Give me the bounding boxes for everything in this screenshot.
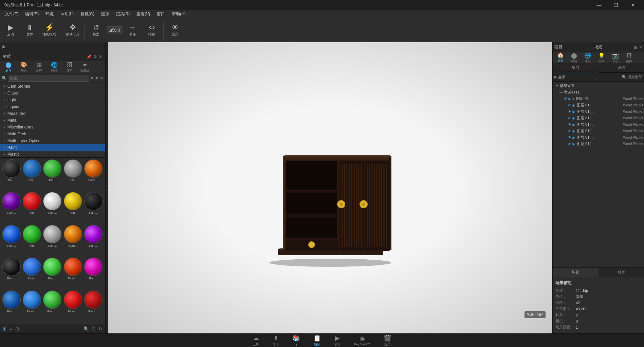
scene-tab-lighting[interactable]: 💡 照明: [595, 51, 608, 65]
category-item[interactable]: +Gem Stones: [0, 83, 105, 90]
subtab-bg[interactable]: 🖼 背景: [63, 62, 76, 73]
subtab-texture[interactable]: ▦ 纹理: [32, 62, 46, 73]
material-item[interactable]: Pain...: [43, 192, 62, 224]
visibility-icon[interactable]: 👁: [568, 129, 571, 133]
bottom-nav-btn-渲染[interactable]: 🎬 渲染: [384, 334, 391, 347]
maximize-btn[interactable]: ❐: [608, 0, 624, 10]
eye2-icon[interactable]: ◉: [572, 129, 575, 133]
category-item[interactable]: +Multi-Layer Optics: [0, 137, 105, 144]
category-item[interactable]: +Measured: [0, 110, 105, 117]
tree-item[interactable]: 👁 ◉ 图层 01(... Wood Planks: [554, 121, 643, 128]
search-input[interactable]: [8, 75, 89, 82]
start-btn[interactable]: ▶ 启动: [2, 20, 19, 41]
visibility-icon[interactable]: 👁: [568, 142, 571, 146]
eye2-icon[interactable]: ◉: [572, 136, 575, 139]
menu-item[interactable]: 文件(F): [2, 11, 22, 18]
category-item[interactable]: +Plastic: [0, 151, 105, 158]
material-item[interactable]: Pai...: [63, 159, 82, 191]
push-btn[interactable]: ⇔ 推移: [143, 20, 161, 41]
menu-item[interactable]: 编辑(E): [22, 11, 42, 18]
subtab-env[interactable]: 🌐 环境: [48, 62, 61, 73]
material-item[interactable]: Pai...: [43, 159, 62, 191]
material-item[interactable]: Paint ...: [63, 258, 82, 289]
menu-item[interactable]: 帮助(H): [168, 11, 189, 18]
pause-btn[interactable]: ⏸ 暂停: [21, 20, 39, 41]
material-item[interactable]: Pain...: [2, 291, 21, 322]
tree-item[interactable]: — 考试4111: [554, 89, 643, 96]
visibility-icon[interactable]: 👁: [568, 116, 571, 120]
scene-tab-scene[interactable]: 🏠 场景: [554, 51, 567, 65]
tree-search-icon[interactable]: 🔍 搜索全部: [622, 74, 642, 80]
bottom-nav-btn-动画[interactable]: ▶ 动画: [334, 334, 341, 347]
material-item[interactable]: Pain...: [2, 258, 21, 289]
drag-handle[interactable]: [105, 42, 108, 333]
perf-btn[interactable]: ⚡ 性能模式: [40, 20, 58, 41]
subtab-material[interactable]: ⬤ 材质: [2, 62, 15, 73]
menu-item[interactable]: 环境: [42, 11, 57, 18]
menu-item[interactable]: 渲染(R): [113, 11, 133, 18]
material-item[interactable]: Pain...: [84, 225, 103, 257]
refresh-icon[interactable]: ↻: [97, 325, 103, 332]
scene-tab-camera[interactable]: 📷 相机: [609, 51, 622, 65]
visibility-icon[interactable]: 👁: [568, 110, 571, 114]
material-item[interactable]: Paint ...: [84, 291, 103, 322]
bottom-nav-btn-导入[interactable]: ⬆ 导入: [273, 334, 279, 347]
material-item[interactable]: Paint ...: [84, 159, 103, 191]
scene-tab-material[interactable]: ⬤ 材质: [568, 51, 580, 65]
search-filter-btn[interactable]: ▼: [95, 76, 99, 81]
eye2-icon[interactable]: ◉: [572, 123, 575, 126]
menu-item[interactable]: 照明(L): [57, 11, 77, 18]
view-btn[interactable]: 👁 视角: [166, 20, 184, 41]
category-item[interactable]: +Liquids: [0, 103, 105, 110]
category-item[interactable]: +Paint: [0, 144, 105, 151]
material-item[interactable]: Pain...: [84, 258, 103, 289]
material-item[interactable]: Pain...: [43, 258, 62, 289]
tree-item[interactable]: 👁 ◉ 图层 01(... Wood Planks: [554, 134, 643, 141]
category-item[interactable]: +Miscellaneous: [0, 124, 105, 131]
tree-item[interactable]: 👁 ◉ 图层 01(... Wood Planks: [554, 108, 643, 115]
small-grid-btn[interactable]: ⊟: [14, 325, 20, 332]
move-btn[interactable]: ✥ 移动工具: [64, 20, 81, 41]
category-item[interactable]: +Mold-Tech: [0, 131, 105, 137]
pan-btn[interactable]: ↔ 平移: [124, 20, 141, 41]
rt-expand-icon[interactable]: ⊞: [634, 45, 637, 50]
category-item[interactable]: +Metal: [0, 117, 105, 124]
menu-item[interactable]: 查看(V): [133, 11, 153, 18]
filter-icon[interactable]: ▽: [91, 325, 96, 332]
eye2-icon[interactable]: ◉: [572, 104, 575, 107]
subtab-color[interactable]: 🎨 颜色: [17, 62, 31, 73]
search-refresh-btn[interactable]: ↻: [100, 76, 103, 81]
tree-item[interactable]: ▼ 场景设置 -: [554, 83, 643, 89]
menu-item[interactable]: 图像: [98, 11, 113, 18]
proj-tab[interactable]: 项目: [553, 64, 599, 72]
minimize-btn[interactable]: —: [591, 0, 607, 10]
translate-btn[interactable]: ↺ 翻柔: [87, 20, 105, 41]
tree-item[interactable]: 👁 ◉ 图层 01(... Wood Planks: [554, 128, 643, 134]
bottom-nav-btn-KeyShotXR[interactable]: ◉ KeyShotXR: [354, 335, 370, 346]
material-item[interactable]: Pai...: [2, 159, 21, 191]
eye2-icon[interactable]: ◉: [568, 97, 571, 101]
material-item[interactable]: Pain...: [43, 225, 62, 257]
bottom-nav-btn-库[interactable]: 📚 库: [292, 334, 300, 347]
scene-tab-image[interactable]: 🖼 图像: [623, 52, 635, 65]
material-item[interactable]: Paint ...: [63, 225, 82, 257]
sm-scene-tab[interactable]: 场景: [553, 268, 599, 277]
menu-item[interactable]: 相机(C): [77, 11, 98, 18]
close-btn[interactable]: ✕: [625, 0, 641, 10]
rt-close-icon[interactable]: ✕: [639, 45, 642, 50]
material-item[interactable]: Pai...: [22, 159, 41, 191]
bottom-nav-btn-项目[interactable]: 📋 项目: [313, 334, 321, 347]
search2-icon[interactable]: 🔍: [82, 325, 90, 332]
tree-item[interactable]: 👁 ◉ ▼ 图层 01 Wood Planks: [554, 96, 643, 102]
material-item[interactable]: Pain...: [2, 192, 21, 224]
tree-item[interactable]: 👁 ◉ 图层 01(... Wood Planks: [554, 115, 643, 121]
scene-tab-env[interactable]: 🌐 环境: [582, 51, 594, 65]
detail-tab[interactable]: 详情: [599, 64, 644, 72]
mat-settings-icon[interactable]: ⚙: [93, 54, 97, 59]
tree-item[interactable]: 👁 ◉ 图层 01(... Wood Planks: [554, 141, 643, 147]
material-item[interactable]: Pain...: [84, 192, 103, 224]
material-item[interactable]: Paint ...: [43, 291, 62, 322]
grid-view-btn[interactable]: ⊞: [2, 325, 7, 332]
eye2-icon[interactable]: ◉: [572, 110, 575, 114]
eye2-icon[interactable]: ◉: [572, 142, 575, 146]
